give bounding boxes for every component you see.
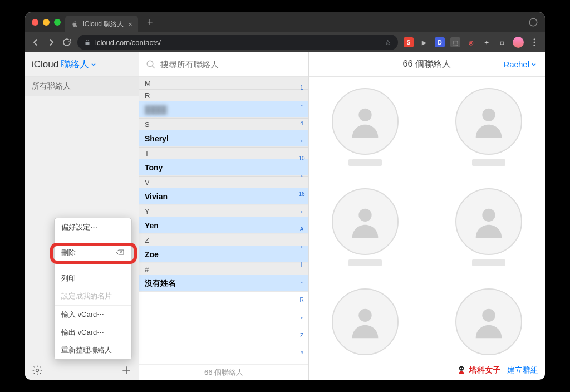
contact-row[interactable]: Sheryl	[139, 130, 308, 147]
svg-point-7	[482, 109, 495, 121]
index-letter[interactable]: 16	[297, 191, 306, 197]
contact-row[interactable]: Zoe	[139, 246, 308, 263]
index-letter[interactable]: •	[297, 102, 306, 109]
detail-header: 66 個聯絡人 Rachel	[309, 52, 545, 77]
extension-icon[interactable]: S	[404, 37, 414, 47]
alpha-index[interactable]: 1•4•10•16•A•I•R•Z#	[297, 77, 306, 364]
extension-icon[interactable]: ✦	[481, 37, 492, 47]
context-menu-item[interactable]: 重新整理聯絡人	[55, 341, 131, 359]
contact-avatar[interactable]	[329, 88, 401, 166]
new-tab-button[interactable]: +	[142, 17, 158, 28]
context-menu-item	[55, 236, 131, 244]
context-menu-item[interactable]: 輸入 vCard⋯	[55, 306, 131, 324]
context-menu-item: 設定成我的名片	[55, 287, 131, 305]
sidebar-group-all[interactable]: 所有聯絡人	[25, 77, 139, 96]
index-letter[interactable]: •	[297, 315, 306, 321]
context-menu-item[interactable]: 偏好設定⋯	[55, 218, 131, 236]
person-icon	[346, 102, 385, 141]
avatar-name-placeholder	[472, 259, 505, 266]
backspace-icon	[116, 249, 125, 256]
contact-avatar[interactable]	[453, 288, 525, 360]
avatar-name-placeholder	[348, 259, 382, 266]
section-header: S	[139, 118, 308, 130]
svg-point-5	[147, 61, 153, 67]
context-menu-item[interactable]: 列印	[55, 270, 131, 287]
extension-icon[interactable]: ◎	[466, 37, 476, 47]
window-min-icon[interactable]	[528, 17, 538, 27]
chevron-down-icon	[90, 61, 97, 68]
index-letter[interactable]: •	[297, 173, 306, 179]
svg-point-16	[462, 367, 463, 369]
person-icon	[469, 202, 508, 241]
contact-row[interactable]: Yen	[139, 217, 308, 234]
titlebar: iCloud 聯絡人 × +	[25, 12, 545, 32]
menu-button[interactable]	[529, 37, 539, 47]
account-menu[interactable]: Rachel	[503, 60, 537, 69]
back-button[interactable]	[31, 37, 41, 47]
avatar-name-placeholder	[348, 159, 382, 166]
section-header: Y	[139, 205, 308, 217]
search-icon	[146, 60, 156, 70]
index-letter[interactable]: •	[297, 244, 306, 250]
forward-button[interactable]	[46, 37, 56, 47]
svg-point-9	[482, 209, 495, 222]
sidebar-footer	[25, 360, 139, 380]
index-letter[interactable]: 10	[297, 155, 306, 161]
create-group-button[interactable]: 建立群組	[507, 365, 538, 375]
contact-list-footer: 66 個聯絡人	[139, 364, 308, 380]
contact-row[interactable]: ████	[139, 101, 308, 118]
index-letter[interactable]: 4	[297, 120, 306, 126]
extension-icon[interactable]: ▶	[419, 37, 429, 47]
extension-icon[interactable]: D	[435, 37, 445, 47]
contact-avatar[interactable]	[329, 288, 401, 360]
index-letter[interactable]: •	[297, 209, 306, 215]
search-bar	[139, 52, 308, 77]
extension-icon[interactable]: ⏍	[497, 37, 507, 47]
index-letter[interactable]: I	[297, 262, 306, 268]
section-header: T	[139, 147, 308, 159]
contact-row[interactable]: Tony	[139, 159, 308, 176]
app-title-link[interactable]: 聯絡人	[61, 58, 97, 71]
context-menu-item[interactable]: 刪除	[55, 244, 131, 262]
extension-icon[interactable]: ⬚	[450, 37, 460, 47]
maximize-window-button[interactable]	[54, 19, 61, 26]
person-icon	[469, 302, 508, 341]
tab-close-button[interactable]: ×	[128, 20, 132, 28]
search-input[interactable]	[160, 60, 302, 69]
index-letter[interactable]: A	[297, 226, 306, 232]
svg-point-15	[460, 367, 461, 369]
index-letter[interactable]: R	[297, 297, 306, 303]
index-letter[interactable]: Z	[297, 332, 306, 339]
detail-panel: 66 個聯絡人 Rachel 塔科女子 建立群組	[309, 52, 545, 380]
avatar-grid	[309, 77, 545, 360]
contact-avatar[interactable]	[453, 88, 525, 166]
minimize-window-button[interactable]	[43, 19, 50, 26]
star-icon[interactable]: ☆	[385, 38, 391, 47]
section-header: V	[139, 176, 308, 188]
apple-favicon	[71, 20, 78, 28]
index-letter[interactable]: 1	[297, 85, 306, 91]
contact-avatar[interactable]	[453, 188, 525, 266]
index-letter[interactable]: #	[297, 350, 306, 356]
url-text: icloud.com/contacts/	[95, 38, 161, 47]
index-letter[interactable]: •	[297, 138, 306, 144]
contact-avatar[interactable]	[329, 188, 401, 266]
svg-point-11	[482, 309, 495, 322]
browser-tab[interactable]: iCloud 聯絡人 ×	[65, 16, 138, 32]
browser-window: iCloud 聯絡人 × + icloud.com/contacts/ ☆ S▶…	[25, 12, 545, 380]
context-menu-item[interactable]: 輸出 vCard⋯	[55, 324, 131, 341]
plus-icon[interactable]	[121, 365, 132, 376]
contact-row[interactable]: Vivian	[139, 188, 308, 205]
svg-point-0	[529, 18, 537, 26]
svg-point-10	[358, 309, 371, 322]
index-letter[interactable]: •	[297, 280, 306, 286]
contact-row[interactable]: 沒有姓名	[139, 275, 308, 292]
close-window-button[interactable]	[32, 19, 38, 26]
reload-button[interactable]	[62, 37, 72, 47]
app-content: iCloud 聯絡人 所有聯絡人 MR████SSherylTTonyVVivi…	[25, 52, 545, 380]
address-bar[interactable]: icloud.com/contacts/ ☆	[77, 35, 398, 50]
profile-avatar[interactable]	[513, 37, 524, 48]
avatar-name-placeholder	[472, 159, 505, 166]
contact-list[interactable]: MR████SSherylTTonyVVivianYYenZZoe#沒有姓名1•…	[139, 77, 308, 364]
gear-icon[interactable]	[32, 365, 43, 376]
